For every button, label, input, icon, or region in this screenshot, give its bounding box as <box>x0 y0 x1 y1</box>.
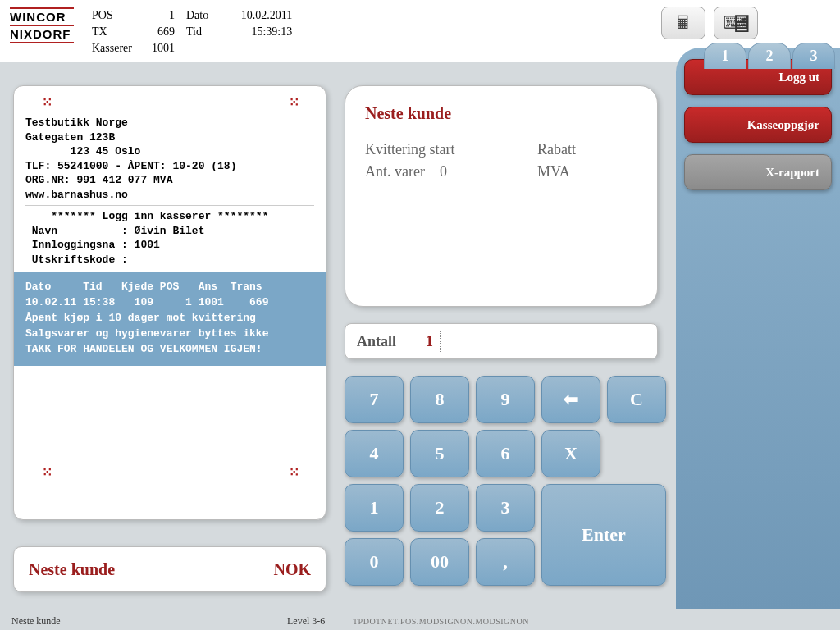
receipt-panel: ⁙⁙ Testbutikk Norge Gategaten 123B 123 4… <box>13 85 326 520</box>
footer-level: Level 3-6 <box>287 615 325 628</box>
status-panel: Neste kunde Kvittering start Rabatt Ant.… <box>345 85 658 307</box>
key-1[interactable]: 1 <box>345 484 404 532</box>
numeric-keypad: 7 8 9 ⬅ C 4 5 6 X 1 2 3 Enter 0 00 , <box>345 376 666 586</box>
key-0[interactable]: 0 <box>345 538 404 586</box>
key-7[interactable]: 7 <box>345 376 404 423</box>
tab-3[interactable]: 3 <box>792 43 835 69</box>
wincor-logo: WINCOR NIXDORF <box>10 7 74 44</box>
quantity-value: 1 <box>426 333 433 350</box>
key-00[interactable]: 00 <box>410 538 469 586</box>
register-close-button[interactable]: Kasseoppgjør <box>684 107 832 143</box>
tab-2[interactable]: 2 <box>748 43 791 69</box>
key-comma[interactable]: , <box>476 538 535 586</box>
key-4[interactable]: 4 <box>345 430 404 477</box>
quantity-input[interactable]: Antall 1 <box>345 323 658 359</box>
footer-module: TPDOTNET.POS.MODSIGNON.MODSIGNON <box>353 617 529 626</box>
key-enter[interactable]: Enter <box>541 484 666 586</box>
key-3[interactable]: 3 <box>476 484 535 532</box>
next-customer-bar: Neste kunde NOK <box>13 546 326 592</box>
key-5[interactable]: 5 <box>410 430 469 477</box>
header-stats: POS1 Dato10.02.2011 TX669 Tid15:39:13 Ka… <box>90 7 304 57</box>
sidebar: 1 2 3 Logg ut Kasseoppgjør X-rapport <box>676 48 840 609</box>
key-clear[interactable]: C <box>607 376 666 423</box>
currency-label: NOK <box>273 560 311 579</box>
receipt-footer: Dato Tid Kjede POS Ans Trans 10.02.11 15… <box>14 272 326 365</box>
quantity-label: Antall <box>357 333 396 350</box>
key-backspace[interactable]: ⬅ <box>541 376 600 423</box>
key-6[interactable]: 6 <box>476 430 535 477</box>
status-bar: Neste kunde Level 3-6 TPDOTNET.POS.MODSI… <box>0 612 840 630</box>
key-9[interactable]: 9 <box>476 376 535 423</box>
key-x[interactable]: X <box>541 430 600 477</box>
tab-1[interactable]: 1 <box>704 43 746 69</box>
next-customer-label: Neste kunde <box>29 560 115 579</box>
status-title: Neste kunde <box>365 104 637 123</box>
key-2[interactable]: 2 <box>410 484 469 532</box>
footer-state: Neste kunde <box>11 615 61 628</box>
calculator-icon[interactable]: 🖩 <box>661 7 705 39</box>
key-8[interactable]: 8 <box>410 376 469 423</box>
terminal-icon: 🖥 <box>729 10 754 38</box>
x-report-button[interactable]: X-rapport <box>684 154 832 190</box>
